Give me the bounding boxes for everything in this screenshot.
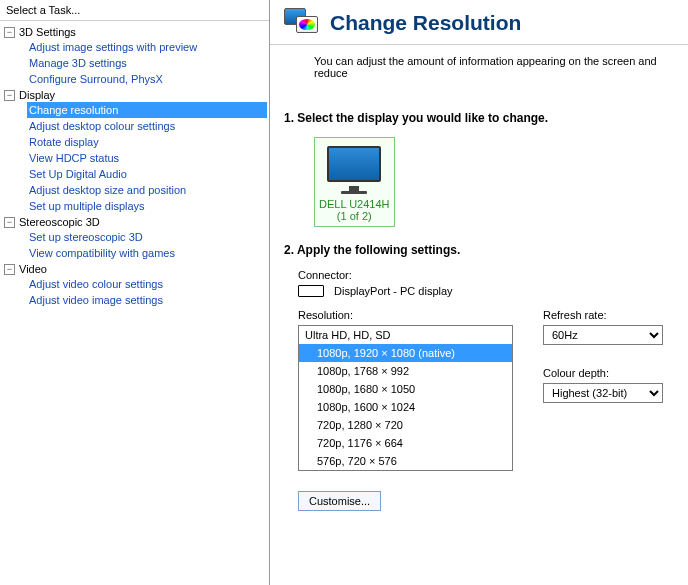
display-count: (1 of 2) (337, 210, 372, 222)
step2-heading: 2. Apply the following settings. (284, 243, 678, 257)
tree-item[interactable]: Set up stereoscopic 3D (27, 229, 267, 245)
resolution-option[interactable]: 1080p, 1680 × 1050 (299, 380, 512, 398)
resolution-option[interactable]: 1080p, 1600 × 1024 (299, 398, 512, 416)
tree-group-header[interactable]: −Display (2, 88, 267, 102)
content: 1. Select the display you would like to … (270, 89, 688, 585)
collapse-icon[interactable]: − (4, 90, 15, 101)
resolution-option[interactable]: 720p, 1176 × 664 (299, 434, 512, 452)
task-tree: −3D SettingsAdjust image settings with p… (0, 21, 269, 585)
tree-item[interactable]: View HDCP status (27, 150, 267, 166)
monitor-icon (325, 144, 383, 194)
tree-group-header[interactable]: −3D Settings (2, 25, 267, 39)
connector-row: DisplayPort - PC display (298, 285, 678, 297)
colour-depth-label: Colour depth: (543, 367, 663, 379)
collapse-icon[interactable]: − (4, 264, 15, 275)
collapse-icon[interactable]: − (4, 217, 15, 228)
change-resolution-icon (284, 8, 320, 38)
sidebar-title: Select a Task... (0, 0, 269, 21)
page-header: Change Resolution (270, 0, 688, 45)
tree-item[interactable]: Rotate display (27, 134, 267, 150)
tree-group-header[interactable]: −Video (2, 262, 267, 276)
displayport-icon (298, 285, 324, 297)
resolution-group-header: Ultra HD, HD, SD (299, 326, 512, 344)
tree-group-label: Display (19, 89, 55, 101)
tree-item[interactable]: Adjust video colour settings (27, 276, 267, 292)
tree-item[interactable]: Set up multiple displays (27, 198, 267, 214)
collapse-icon[interactable]: − (4, 27, 15, 38)
tree-group-label: Stereoscopic 3D (19, 216, 100, 228)
tree-item[interactable]: Adjust desktop colour settings (27, 118, 267, 134)
connector-value: DisplayPort - PC display (334, 285, 453, 297)
display-tile[interactable]: DELL U2414H (1 of 2) (314, 137, 395, 227)
display-name: DELL U2414H (1 of 2) (319, 198, 390, 222)
step1-heading: 1. Select the display you would like to … (284, 111, 678, 125)
connector-label: Connector: (298, 269, 678, 281)
refresh-rate-label: Refresh rate: (543, 309, 663, 321)
tree-item[interactable]: Change resolution (27, 102, 267, 118)
tree-group-header[interactable]: −Stereoscopic 3D (2, 215, 267, 229)
tree-group-label: Video (19, 263, 47, 275)
tree-item[interactable]: View compatibility with games (27, 245, 267, 261)
resolution-label: Resolution: (298, 309, 513, 321)
customise-button[interactable]: Customise... (298, 491, 381, 511)
resolution-listbox[interactable]: Ultra HD, HD, SD1080p, 1920 × 1080 (nati… (298, 325, 513, 471)
tree-item[interactable]: Adjust image settings with preview (27, 39, 267, 55)
tree-item[interactable]: Set Up Digital Audio (27, 166, 267, 182)
display-model: DELL U2414H (319, 198, 390, 210)
refresh-rate-select[interactable]: 60Hz (543, 325, 663, 345)
tree-group-label: 3D Settings (19, 26, 76, 38)
resolution-option[interactable]: 720p, 1280 × 720 (299, 416, 512, 434)
tree-item[interactable]: Adjust desktop size and position (27, 182, 267, 198)
resolution-option[interactable]: 1080p, 1768 × 992 (299, 362, 512, 380)
main-panel: Change Resolution You can adjust the amo… (270, 0, 688, 585)
colour-depth-select[interactable]: Highest (32-bit) (543, 383, 663, 403)
tree-item[interactable]: Adjust video image settings (27, 292, 267, 308)
sidebar: Select a Task... −3D SettingsAdjust imag… (0, 0, 270, 585)
tree-item[interactable]: Configure Surround, PhysX (27, 71, 267, 87)
page-title: Change Resolution (330, 11, 521, 35)
tree-item[interactable]: Manage 3D settings (27, 55, 267, 71)
page-subtitle: You can adjust the amount of information… (270, 45, 688, 89)
resolution-option[interactable]: 576p, 720 × 576 (299, 452, 512, 470)
resolution-option[interactable]: 1080p, 1920 × 1080 (native) (299, 344, 512, 362)
